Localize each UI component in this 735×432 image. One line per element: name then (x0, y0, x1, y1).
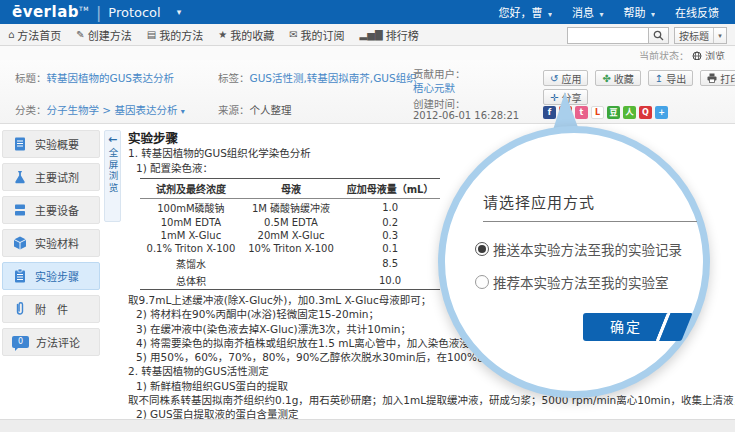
apply-icon: ↺ (550, 73, 558, 84)
facebook-share-icon[interactable]: f (543, 106, 556, 119)
radio-unselected-icon[interactable] (475, 275, 489, 289)
favorite-icon: ✤ (602, 73, 610, 84)
contributor-link[interactable]: 梧心元默 (413, 82, 455, 94)
option-push-to-records[interactable]: 推送本实验方法至我的实验记录 (475, 239, 682, 259)
option-recommend-to-lab[interactable]: 推荐本实验方法至我的实验室 (475, 272, 669, 292)
printer-icon (707, 73, 717, 83)
contributor-label: 贡献用户： (413, 66, 466, 81)
home-icon: ⌂ (8, 29, 14, 40)
step-line: 取不同株系转基因拟南芥组织约0.1g，用石英砂研磨；加入1mL提取缓冲液，研成匀… (128, 393, 728, 407)
fullscreen-label: 全屏浏览 (106, 148, 120, 194)
popup-title: 请选择应用方式 (483, 191, 595, 212)
search-icon (653, 30, 664, 41)
sidebar-item-overview[interactable]: 实验概要 (2, 130, 100, 158)
chevron-down-icon: ▾ (548, 10, 552, 19)
messages-menu[interactable]: 消息 ▾ (572, 4, 604, 20)
nav-my-methods[interactable]: ▤我的方法 (147, 27, 203, 43)
equipment-icon (12, 202, 28, 218)
share-icon: ✛ (550, 92, 558, 103)
chevron-down-icon: ▾ (599, 10, 603, 19)
source-label: 来源： (218, 104, 250, 116)
pencil-icon: ✎ (76, 29, 84, 40)
qzone-share-icon[interactable]: Q (639, 106, 652, 119)
nav-leaderboard[interactable]: ▂▅▇排行榜 (360, 27, 419, 43)
confirm-button[interactable]: 确定 (583, 313, 695, 341)
document-icon (12, 136, 28, 152)
box-icon (12, 235, 28, 251)
star-icon: ★ (218, 29, 227, 40)
created-value: 2012-06-01 16:28:21 (413, 110, 519, 121)
table-row: 10mM EDTA0.5M EDTA0.2 (140, 216, 440, 229)
section-sidebar: 实验概要 主要试剂 主要设备 实验材料 实验步骤 附 件 0 方法评论 (2, 130, 102, 361)
feedback-link[interactable]: 在线反馈 (675, 4, 719, 20)
apply-button[interactable]: ↺应用 (543, 70, 588, 86)
reagent-table: 试剂及最终浓度 母液 应加母液量（mL） 100mM磷酸钠1M 磷酸钠缓冲液1.… (140, 178, 440, 290)
chevron-down-icon: ▾ (651, 10, 655, 19)
method-meta-panel: 标题：转基因植物的GUS表达分析 标签：GUS活性测,转基因拟南芥,GUS组织化… (0, 60, 735, 124)
sidebar-item-comments[interactable]: 0 方法评论 (2, 328, 100, 356)
bar-chart-icon: ▂▅▇ (360, 29, 383, 40)
trademark: TM (79, 5, 89, 12)
nav-my-subscriptions[interactable]: ✉我的订阅 (289, 27, 344, 43)
footer-strip (0, 419, 735, 432)
chevron-down-icon: ▾ (713, 28, 726, 43)
table-header: 应加母液量（mL） (340, 179, 440, 199)
left-arrow-icon: ← (105, 133, 120, 146)
douban-share-icon[interactable]: 豆 (607, 106, 620, 119)
favorite-button[interactable]: ✤收藏 (595, 70, 640, 86)
everlab-logo: ēverlabTM (12, 3, 89, 21)
source-value: 个人整理 (250, 104, 292, 116)
table-row: 1mM X-Gluc20mM X-Gluc0.3 (140, 229, 440, 242)
renren-share-icon[interactable]: 人 (623, 106, 636, 119)
apply-method-popup: 请选择应用方式 推送本实验方法至我的实验记录 推荐本实验方法至我的实验室 确定 (438, 126, 710, 398)
chevron-down-icon[interactable]: ▾ (181, 107, 185, 116)
table-header: 试剂及最终浓度 (140, 179, 242, 199)
globe-icon (692, 51, 702, 61)
print-button[interactable]: 打印 (700, 70, 735, 86)
fullscreen-toggle[interactable]: ← 全屏浏览 (104, 130, 121, 222)
subscription-icon: ✉ (289, 29, 297, 40)
search-button[interactable] (649, 27, 669, 44)
table-row: 0.1% Triton X-10010% Triton X-1000.1 (140, 242, 440, 255)
method-tags[interactable]: GUS活性测,转基因拟南芥,GUS组织化.. (250, 72, 419, 84)
comment-icon: 0 (12, 336, 29, 348)
divider (483, 221, 697, 222)
user-menu[interactable]: 您好，曹 ▾ (498, 4, 552, 20)
app-window: ēverlabTM | Protocol ▾ 您好，曹 ▾ 消息 ▾ 帮助 ▾ … (0, 0, 735, 432)
sidebar-item-reagents[interactable]: 主要试剂 (2, 163, 100, 191)
table-header: 母液 (242, 179, 340, 199)
nav-method-home[interactable]: ⌂方法首页 (8, 27, 61, 43)
sidebar-item-materials[interactable]: 实验材料 (2, 229, 100, 257)
nav-bar: ⌂方法首页 ✎创建方法 ▤我的方法 ★我的收藏 ✉我的订阅 ▂▅▇排行榜 按标题… (0, 24, 735, 46)
clipboard-icon (12, 268, 28, 284)
sidebar-item-steps[interactable]: 实验步骤 (2, 262, 100, 290)
nav-create-method[interactable]: ✎创建方法 (76, 27, 131, 43)
top-bar: ēverlabTM | Protocol ▾ 您好，曹 ▾ 消息 ▾ 帮助 ▾ … (0, 0, 735, 24)
created-label: 创建时间： (413, 96, 466, 111)
sidebar-item-equipment[interactable]: 主要设备 (2, 196, 100, 224)
status-row: 当前状态： 浏览 (0, 46, 735, 60)
help-menu[interactable]: 帮助 ▾ (623, 4, 655, 20)
product-name: Protocol (108, 5, 160, 20)
category-path[interactable]: 分子生物学 > 基因表达分析 (47, 104, 178, 116)
product-switch-chevron-icon[interactable]: ▾ (177, 7, 182, 17)
title-label: 标题： (15, 72, 47, 84)
export-button[interactable]: ↥导出 (648, 70, 693, 86)
table-row: 100mM磷酸钠1M 磷酸钠缓冲液1.0 (140, 199, 440, 217)
radio-selected-icon[interactable] (475, 242, 489, 256)
tencent-weibo-share-icon[interactable]: t (575, 106, 588, 119)
flask-icon (12, 169, 28, 185)
method-title-link[interactable]: 转基因植物的GUS表达分析 (47, 72, 175, 84)
search-input[interactable] (567, 27, 649, 44)
search-filter-dropdown[interactable]: 按标题 ▾ (674, 27, 727, 44)
logo-divider: | (96, 3, 101, 22)
export-icon: ↥ (655, 73, 663, 84)
tags-label: 标签： (218, 72, 250, 84)
kaixin-share-icon[interactable]: L (591, 106, 604, 119)
sidebar-item-attachments[interactable]: 附 件 (2, 295, 100, 323)
table-row: 总体积10.0 (140, 272, 440, 290)
nav-my-favorites[interactable]: ★我的收藏 (218, 27, 274, 43)
category-label: 分类： (15, 104, 47, 116)
folder-icon: ▤ (147, 29, 156, 40)
more-share-icon[interactable]: + (655, 106, 668, 119)
